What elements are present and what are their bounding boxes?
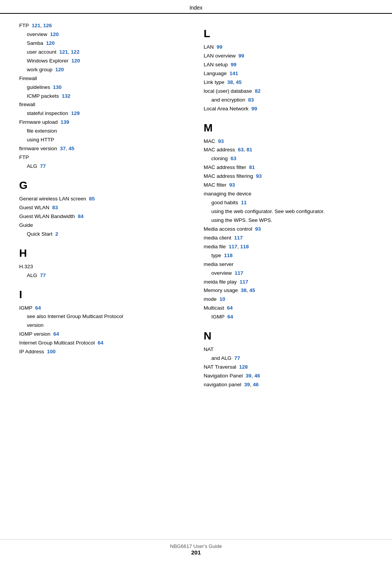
entry-label: MAC address filtering [204,173,253,179]
index-entry: meida file play 117 [204,278,373,287]
page-link[interactable]: 46 [254,373,260,379]
page-link[interactable]: 64 [98,340,103,346]
page-link[interactable]: 64 [227,305,233,311]
page-link[interactable]: 126 [43,23,52,28]
page-link[interactable]: 81 [246,147,252,153]
page-link[interactable]: 121 [32,23,41,28]
page-link[interactable]: 99 [251,106,257,112]
page-link[interactable]: 121 [59,49,68,55]
entry-label: user account [27,49,56,55]
page-link[interactable]: 117 [239,279,248,285]
page-link[interactable]: 129 [71,110,80,116]
page-link[interactable]: 45 [69,146,74,151]
page-link[interactable]: 45 [249,287,255,293]
entry-label: NAT Traversal [204,364,236,370]
page-link[interactable]: 100 [47,349,56,354]
page-link[interactable]: 120 [46,40,55,46]
entry-label: and ALG [212,355,232,361]
entry-label: MAC [204,138,215,144]
page-link[interactable]: 117 [229,244,238,249]
entry-label: version [27,322,44,328]
page-link[interactable]: 93 [218,138,224,144]
index-entry: firmware version 37, 45 [19,144,189,153]
page-link[interactable]: 99 [217,44,222,50]
page-link[interactable]: 2 [55,231,58,237]
page-link[interactable]: 63 [231,156,236,161]
page-link[interactable]: 64 [227,314,233,320]
entry-label: local (user) database [204,88,252,94]
index-group: HH.323ALG 77 [19,247,189,280]
page-link[interactable]: 10 [220,296,225,302]
page-link[interactable]: 83 [248,97,254,103]
page-link[interactable]: 83 [52,205,58,210]
page-link[interactable]: 11 [241,200,247,205]
page-link[interactable]: 77 [40,272,46,278]
page-link[interactable]: 99 [231,62,236,67]
page-link[interactable]: 38 [227,79,233,85]
page-link[interactable]: 128 [239,364,248,370]
page-link[interactable]: 132 [62,93,71,99]
page-link[interactable]: 93 [256,173,262,179]
page-link[interactable]: 122 [71,49,80,55]
entry-label: MAC address [204,147,235,153]
index-entry: LAN setup 99 [204,61,373,69]
page-link[interactable]: 120 [71,58,80,64]
index-entry: media server [204,260,373,269]
index-entry: IP Address 100 [19,348,189,356]
entry-label: LAN overview [204,53,236,59]
page-link[interactable]: 85 [89,196,95,202]
entry-label: overview [27,31,47,37]
page-link[interactable]: 118 [224,253,233,258]
page-link[interactable]: 77 [235,355,240,361]
entry-label: FTP [19,154,29,160]
page-link[interactable]: 117 [234,235,243,241]
page-link[interactable]: 63 [238,147,244,153]
page-link[interactable]: 38 [241,287,246,293]
index-entry: firewall [19,100,189,109]
page-link[interactable]: 84 [78,213,84,219]
index-entry: FTP 121, 126 [19,21,189,30]
page-link[interactable]: 141 [230,71,238,76]
entry-label: Windows Explorer [27,58,69,64]
section-letter: N [204,330,373,342]
page-link[interactable]: 45 [236,79,242,85]
index-entry: using HTTP [19,136,189,144]
right-column: LLAN 99LAN overview 99LAN setup 99Langua… [196,18,392,535]
page-link[interactable]: 64 [53,331,59,337]
page-link[interactable]: 81 [249,164,255,170]
page-link[interactable]: 82 [255,88,261,94]
index-entry: Language 141 [204,69,373,78]
page-link[interactable]: 130 [53,84,62,90]
page-link[interactable]: 93 [255,226,261,232]
entry-label: type [212,253,221,258]
entry-label: Multicast [204,305,224,311]
page-link[interactable]: 139 [61,119,69,125]
entry-label: FTP [19,23,29,28]
page-link[interactable]: 93 [229,182,235,188]
entry-label: IGMP [19,305,32,311]
page-link[interactable]: 37 [60,146,66,151]
left-column: FTP 121, 126overview 120Samba 120user ac… [0,18,196,535]
index-entry: IGMP 64 [204,313,373,322]
page-link[interactable]: 99 [238,53,244,59]
page-number: 201 [0,549,392,556]
index-entry: Multicast 64 [204,304,373,313]
page-link[interactable]: 46 [253,382,259,387]
index-entry: version [19,321,189,330]
index-entry: Guest WLAN Bandwidth 84 [19,212,189,221]
page-link[interactable]: 64 [35,305,41,311]
page-link[interactable]: 117 [235,270,243,276]
page-footer: NBG6617 User's Guide 201 [0,539,392,561]
section-letter: L [204,28,373,40]
index-entry: see also Internet Group Multicast Protoc… [19,312,189,321]
page-link[interactable]: 39 [244,382,250,387]
page-link[interactable]: 118 [240,244,249,249]
entry-label: ALG [27,163,37,169]
page-link[interactable]: 120 [55,67,64,72]
page-link[interactable]: 39 [246,373,251,379]
entry-label: General wireless LAN screen [19,196,86,202]
page-link[interactable]: 120 [50,31,59,37]
entry-label: Firmware upload [19,119,58,125]
page-link[interactable]: 77 [40,163,46,169]
index-entry: Quick Start 2 [19,230,189,239]
